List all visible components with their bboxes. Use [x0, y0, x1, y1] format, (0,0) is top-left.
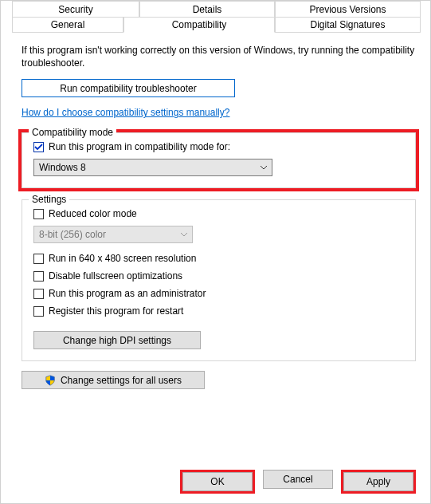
tab-previous-versions[interactable]: Previous Versions — [275, 1, 421, 17]
checkmark-icon — [34, 143, 43, 152]
shield-icon — [45, 375, 56, 386]
settings-group: Settings Reduced color mode 8-bit (256) … — [22, 199, 416, 361]
apply-button[interactable]: Apply — [343, 472, 413, 491]
help-link[interactable]: How do I choose compatibility settings m… — [22, 107, 229, 118]
change-all-users-label: Change settings for all users — [61, 375, 182, 386]
disable-fullscreen-checkbox[interactable] — [33, 271, 44, 282]
compat-mode-checkbox[interactable] — [33, 142, 44, 152]
change-dpi-button[interactable]: Change high DPI settings — [33, 331, 201, 349]
tab-security[interactable]: Security — [12, 1, 139, 17]
reduced-color-label: Reduced color mode — [49, 208, 137, 219]
run-640x480-checkbox[interactable] — [33, 254, 44, 264]
run-as-admin-checkbox[interactable] — [33, 289, 44, 299]
reduced-color-checkbox[interactable] — [33, 209, 44, 219]
highlight-apply: Apply — [341, 470, 416, 494]
change-all-users-button[interactable]: Change settings for all users — [22, 371, 205, 389]
properties-dialog: Security Details Previous Versions Gener… — [0, 0, 431, 504]
intro-text: If this program isn't working correctly … — [22, 44, 416, 69]
tab-digital-signatures[interactable]: Digital Signatures — [275, 17, 421, 33]
disable-fullscreen-label: Disable fullscreen optimizations — [49, 270, 182, 282]
ok-button[interactable]: OK — [182, 472, 253, 491]
register-restart-checkbox[interactable] — [33, 306, 44, 317]
color-mode-select: 8-bit (256) color — [33, 226, 193, 243]
tab-compatibility[interactable]: Compatibility — [123, 17, 275, 33]
tab-strip: Security Details Previous Versions Gener… — [12, 1, 430, 33]
compat-mode-label: Run this program in compatibility mode f… — [49, 141, 230, 152]
group-title-settings: Settings — [29, 194, 69, 205]
compat-mode-select[interactable]: Windows 8 — [33, 159, 272, 176]
run-troubleshooter-button[interactable]: Run compatibility troubleshooter — [22, 79, 235, 97]
dialog-footer: OK Cancel Apply — [180, 470, 416, 494]
run-640x480-label: Run in 640 x 480 screen resolution — [49, 253, 196, 264]
compat-mode-select-value: Windows 8 — [39, 162, 86, 173]
compatibility-mode-group: Compatibility mode Run this program in c… — [22, 132, 416, 188]
highlight-ok: OK — [180, 470, 255, 494]
tab-general[interactable]: General — [12, 17, 123, 33]
tab-panel-compatibility: If this program isn't working correctly … — [22, 44, 416, 459]
group-title-compat: Compatibility mode — [29, 127, 116, 138]
chevron-down-icon — [181, 231, 187, 238]
run-as-admin-label: Run this program as an administrator — [49, 288, 206, 299]
chevron-down-icon — [261, 164, 267, 171]
cancel-button[interactable]: Cancel — [263, 470, 333, 489]
color-mode-select-value: 8-bit (256) color — [39, 229, 106, 240]
tab-details[interactable]: Details — [139, 1, 275, 17]
register-restart-label: Register this program for restart — [49, 305, 183, 317]
